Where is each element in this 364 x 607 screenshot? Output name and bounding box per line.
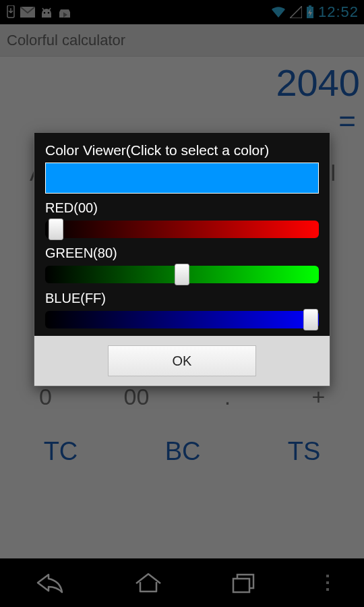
green-slider-thumb[interactable]	[175, 264, 189, 285]
red-slider[interactable]	[45, 219, 319, 240]
green-slider[interactable]	[45, 264, 319, 285]
blue-label: BLUE(FF)	[45, 291, 319, 306]
red-label: RED(00)	[45, 200, 319, 216]
dialog-title: Color Viewer(Click to select a color)	[45, 142, 319, 158]
red-slider-thumb[interactable]	[49, 219, 63, 240]
ok-button[interactable]: OK	[108, 345, 256, 376]
color-preview[interactable]	[45, 163, 319, 194]
blue-slider[interactable]	[45, 309, 319, 330]
blue-slider-thumb[interactable]	[303, 309, 318, 330]
color-picker-dialog: Color Viewer(Click to select a color) RE…	[34, 132, 330, 386]
green-label: GREEN(80)	[45, 245, 319, 261]
